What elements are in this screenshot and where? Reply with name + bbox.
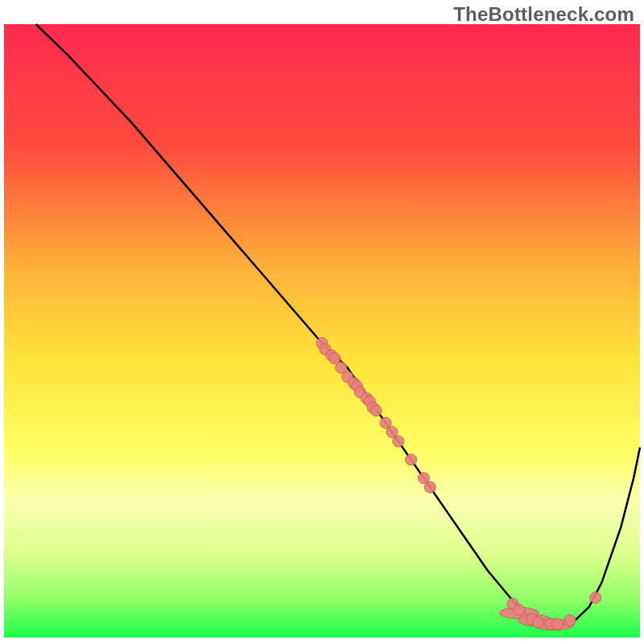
data-point <box>514 605 525 616</box>
data-point <box>590 592 601 603</box>
data-point <box>551 618 563 630</box>
data-point <box>370 405 382 416</box>
data-point <box>393 436 404 447</box>
gradient-background <box>4 24 640 638</box>
chart-canvas <box>0 0 644 644</box>
bottleneck-chart: TheBottleneck.com <box>0 0 644 644</box>
data-point <box>406 454 417 465</box>
data-point <box>533 617 544 628</box>
data-point <box>424 481 436 493</box>
data-point <box>564 615 576 626</box>
